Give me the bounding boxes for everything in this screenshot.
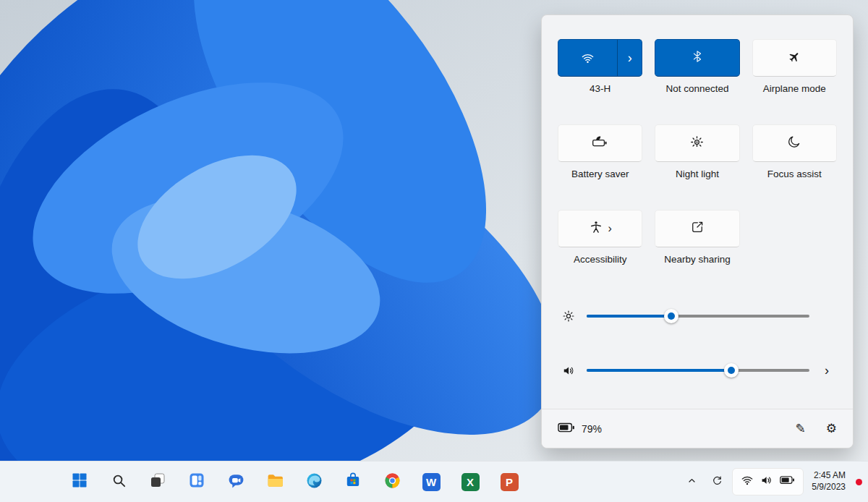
airplane-mode-toggle[interactable] [752,39,837,77]
battery-icon [558,422,575,436]
brightness-icon [561,310,576,323]
empty-cell [752,210,837,265]
volume-slider-track[interactable] [587,369,809,372]
battery-saver-icon [592,135,608,153]
nearby-sharing-label: Nearby sharing [655,254,739,265]
quick-settings-panel: › 43-H Not connected [541,14,854,448]
excel-letter: X [467,476,474,488]
brightness-slider-row [561,305,834,327]
wifi-icon [558,40,617,76]
night-light-icon [689,135,705,153]
quick-settings-tray-button[interactable] [732,468,804,495]
wifi-toggle[interactable]: › [558,39,642,77]
footer-actions: ✎ ⚙ [796,421,838,436]
battery-status: 79% [558,422,602,436]
clock-time: 2:45 AM [812,470,846,482]
powerpoint-button[interactable]: P [495,467,524,496]
quick-settings-grid: › 43-H Not connected [558,39,837,295]
speaker-tray-icon [760,474,773,490]
nearby-sharing-cell: Nearby sharing [655,210,739,265]
word-letter: W [426,476,436,488]
brightness-slider-track[interactable] [587,315,809,318]
airplane-cell: Airplane mode [752,39,837,94]
wifi-expand-chevron[interactable]: › [618,40,642,76]
nearby-sharing-toggle[interactable] [655,210,739,247]
night-light-label: Night light [655,169,739,179]
accessibility-toggle[interactable]: › [558,210,642,247]
night-light-toggle[interactable] [655,124,739,162]
airplane-mode-label: Airplane mode [752,83,837,94]
volume-output-chevron[interactable]: › [820,363,834,378]
task-view-button[interactable] [143,467,172,496]
search-icon [111,472,127,492]
bluetooth-cell: Not connected [655,39,739,94]
clock-date: 5/9/2023 [812,482,846,493]
widgets-icon [188,472,205,492]
accessibility-icon [589,220,603,237]
sync-icon [711,475,723,490]
battery-saver-toggle[interactable] [558,124,642,162]
file-explorer-button[interactable] [260,467,289,496]
battery-saver-label: Battery saver [558,169,642,179]
chat-button[interactable] [221,467,250,496]
file-explorer-icon [266,472,284,493]
volume-slider-thumb[interactable] [724,363,739,378]
excel-button[interactable]: X [456,467,485,496]
edge-button[interactable] [299,467,328,496]
battery-percent-label: 79% [582,423,602,435]
taskbar: W X P [0,461,868,502]
wifi-tray-icon [741,474,754,490]
chrome-icon [383,472,401,493]
task-view-icon [149,472,166,492]
microsoft-store-button[interactable] [339,467,367,496]
chevron-up-icon [686,475,698,490]
pencil-icon[interactable]: ✎ [796,421,806,436]
widgets-button[interactable] [182,467,211,496]
accessibility-expand-chevron[interactable]: › [608,223,612,234]
windows-logo-icon [71,472,88,492]
airplane-icon [787,49,802,67]
wifi-label: 43-H [558,83,642,94]
brightness-slider-thumb[interactable] [664,309,678,323]
clock[interactable]: 2:45 AM 5/9/2023 [809,469,848,494]
battery-tray-icon [780,475,795,488]
bluetooth-label: Not connected [655,83,739,94]
taskbar-app-icons: W X P [65,467,524,496]
word-icon: W [422,473,441,491]
battery-saver-cell: Battery saver [558,124,642,179]
word-button[interactable]: W [417,467,446,496]
powerpoint-icon: P [501,473,519,491]
search-button[interactable] [104,467,133,496]
system-tray: 2:45 AM 5/9/2023 [681,468,862,495]
volume-slider-fill [587,369,731,372]
accessibility-cell: › Accessibility [558,210,642,265]
gear-icon[interactable]: ⚙ [826,421,837,436]
accessibility-label: Accessibility [558,254,642,265]
start-button[interactable] [65,467,94,496]
wifi-cell: › 43-H [558,39,642,94]
focus-assist-label: Focus assist [752,169,837,179]
edge-icon [305,472,323,493]
brightness-slider-fill [587,315,671,318]
tray-overflow-button[interactable] [681,470,702,493]
volume-slider-row: › [561,360,834,381]
focus-assist-toggle[interactable] [752,124,837,162]
sync-status-button[interactable] [707,470,727,493]
bluetooth-icon [691,50,704,66]
moon-icon [787,135,801,152]
speaker-icon [561,364,576,378]
night-light-cell: Night light [655,124,739,179]
excel-icon: X [461,473,480,491]
microsoft-store-icon [344,472,362,492]
notification-badge [856,479,862,485]
focus-assist-cell: Focus assist [752,124,837,179]
share-icon [690,220,705,237]
bluetooth-toggle[interactable] [655,39,739,77]
chat-icon [227,472,245,493]
quick-settings-footer: 79% ✎ ⚙ [542,409,853,448]
powerpoint-letter: P [506,476,513,488]
chrome-button[interactable] [378,467,407,496]
